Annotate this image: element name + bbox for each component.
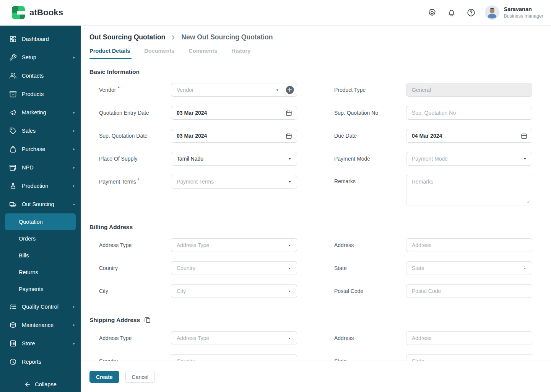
field-label-text: Address: [334, 335, 354, 341]
chevron-down-icon: [275, 88, 280, 92]
chevron-right-icon: [72, 342, 76, 345]
due-date-date-field[interactable]: 04 Mar 2024: [406, 129, 532, 143]
create-button[interactable]: Create: [89, 371, 119, 383]
remarks-textarea[interactable]: Remarks: [406, 175, 532, 205]
sidebar-item-purchase[interactable]: Purchase: [0, 140, 81, 158]
payment-terms-select[interactable]: Payment Terms: [171, 175, 297, 189]
country-select[interactable]: Country: [171, 261, 297, 275]
quotation-entry-date-date-field[interactable]: 03 Mar 2024: [171, 106, 297, 120]
chevron-right-icon: [72, 324, 76, 327]
copy-icon[interactable]: [144, 316, 151, 324]
address-input[interactable]: [406, 238, 532, 252]
state-select[interactable]: State: [406, 261, 532, 275]
sidebar-item-npd[interactable]: NPD: [0, 158, 81, 177]
chevron-down-icon: [288, 180, 292, 184]
tab-bar: Product DetailsDocumentsCommentsHistory: [81, 48, 551, 59]
sidebar-item-marketing[interactable]: Marketing: [0, 103, 81, 122]
field-label-address: Address: [325, 242, 406, 248]
field-label-address: Address: [325, 335, 406, 341]
sidebar-subitem-label: Payments: [19, 286, 43, 292]
question-icon[interactable]: [466, 8, 476, 17]
products-box-icon: [9, 90, 17, 98]
main-content: Out Sourcing Quotation New Out Sourcing …: [81, 26, 551, 392]
gear-icon[interactable]: [427, 8, 437, 17]
tab-history[interactable]: History: [231, 48, 250, 59]
tab-product-details[interactable]: Product Details: [89, 48, 130, 59]
field-value: Tamil Nadu: [177, 156, 203, 162]
avatar: [485, 5, 499, 20]
form-row-postal-code: Postal Code: [325, 284, 532, 298]
sidebar-subitem-returns[interactable]: Returns: [5, 264, 76, 281]
sidebar-item-label: Store: [22, 340, 72, 346]
user-name: Saravanan: [504, 6, 543, 13]
field-placeholder: Address Type: [177, 335, 209, 341]
sidebar-subitem-quotation[interactable]: Quotation: [5, 213, 76, 230]
place-of-supply-select[interactable]: Tamil Nadu: [171, 152, 297, 166]
bell-icon[interactable]: [447, 8, 456, 17]
npd-box-icon: [9, 164, 17, 171]
field-value: 03 Mar 2024: [177, 133, 207, 139]
address-type-select[interactable]: Address Type: [171, 331, 297, 345]
field-label-due-date: Due Date: [325, 133, 406, 139]
sidebar-item-dashboard[interactable]: Dashboard: [0, 30, 81, 48]
form-grid-billing: Address TypeAddress TypeCountryCountryCi…: [89, 238, 532, 307]
field-placeholder: Country: [177, 265, 195, 271]
tab-comments[interactable]: Comments: [189, 48, 217, 59]
address-input[interactable]: [406, 331, 532, 345]
collapse-button[interactable]: Collapse: [0, 376, 81, 392]
sidebar-item-maintenance[interactable]: Maintenance: [0, 316, 81, 334]
field-label-text: State: [334, 265, 347, 271]
form-area: Basic InformationVendor*VendorQuotation …: [81, 68, 551, 377]
field-label-quotation-entry-date: Quotation Entry Date: [89, 110, 171, 116]
header-actions: Saravanan Business manager: [417, 5, 543, 20]
sidebar-item-label: Maintenance: [22, 322, 72, 328]
city-select[interactable]: City: [171, 284, 297, 298]
chevron-down-icon: [523, 157, 527, 161]
payment-mode-select[interactable]: Payment Mode: [406, 152, 532, 166]
cancel-button[interactable]: Cancel: [125, 371, 155, 383]
form-row-product-type: Product TypeGeneral: [325, 83, 532, 97]
chevron-right-icon: [72, 111, 76, 114]
ledger-icon: [9, 340, 17, 347]
chevron-down-icon: [523, 266, 527, 270]
chevron-right-icon: [72, 305, 76, 309]
sidebar-item-products[interactable]: Products: [0, 85, 81, 103]
sup-quotation-date-date-field[interactable]: 03 Mar 2024: [171, 129, 297, 143]
sidebar-subitem-label: Quotation: [19, 219, 43, 225]
breadcrumb-parent[interactable]: Out Sourcing Quotation: [89, 33, 165, 41]
sidebar-item-out-sourcing[interactable]: Out Sourcing: [0, 195, 81, 213]
form-row-due-date: Due Date04 Mar 2024: [325, 129, 532, 143]
required-asterisk: *: [138, 177, 140, 183]
sidebar-item-setup[interactable]: Setup: [0, 48, 81, 67]
sidebar-subitem-bills[interactable]: Bills: [5, 247, 76, 264]
sup-quotation-no-input[interactable]: [406, 106, 532, 120]
sidebar-item-contacts[interactable]: Contacts: [0, 67, 81, 85]
vendor-select[interactable]: Vendor: [171, 83, 297, 97]
user-menu[interactable]: Saravanan Business manager: [485, 5, 543, 20]
sidebar-item-production[interactable]: Production: [0, 177, 81, 195]
field-placeholder: Payment Terms: [177, 179, 214, 185]
chevron-down-icon: [288, 289, 292, 293]
field-label-text: Address Type: [99, 242, 132, 248]
sidebar-item-store[interactable]: Store: [0, 334, 81, 353]
footer-actions: Create Cancel: [81, 361, 551, 392]
form-col-left: Vendor*VendorQuotation Entry Date03 Mar …: [89, 83, 297, 215]
address-type-select[interactable]: Address Type: [171, 238, 297, 252]
add-vendor-button[interactable]: [285, 85, 294, 94]
sidebar-subitem-orders[interactable]: Orders: [5, 230, 76, 247]
sidebar-item-quality-control[interactable]: Quality Control: [0, 298, 81, 316]
chevron-down-icon: [288, 266, 292, 270]
calendar-icon: [285, 132, 293, 140]
postal-code-input[interactable]: [406, 284, 532, 298]
tab-documents[interactable]: Documents: [144, 48, 174, 59]
calendar-icon: [285, 109, 293, 117]
sidebar-subitem-payments[interactable]: Payments: [5, 281, 76, 298]
form-row-remarks: RemarksRemarks: [325, 175, 532, 205]
chevron-right-icon: [170, 34, 176, 41]
sidebar-item-sales[interactable]: Sales: [0, 122, 81, 140]
brand: atBooks: [11, 6, 63, 20]
sidebar-subitem-label: Returns: [19, 269, 38, 275]
section-basic: Basic InformationVendor*VendorQuotation …: [89, 68, 532, 215]
resize-handle-icon: [525, 198, 530, 203]
sidebar-item-reports[interactable]: Reports: [0, 353, 81, 371]
